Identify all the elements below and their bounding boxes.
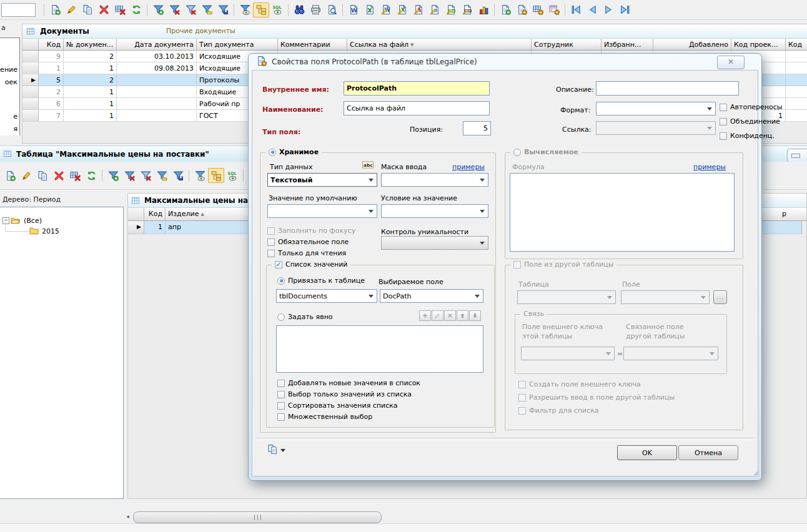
mask-examples-link[interactable]: примеры	[452, 163, 485, 171]
delete-record-button[interactable]	[51, 168, 67, 183]
table-cell[interactable]	[786, 110, 807, 122]
add-new-values-checkbox[interactable]: Добавлять новые значения в список	[277, 379, 420, 387]
column-header[interactable]: № докумен...	[64, 39, 117, 51]
table-cell[interactable]	[786, 98, 807, 110]
delete-table-record-button[interactable]	[112, 2, 128, 17]
value-condition-dropdown[interactable]	[381, 204, 488, 218]
horizontal-scrollbar[interactable]: ◂	[123, 511, 383, 523]
table-cell[interactable]: 1	[39, 62, 64, 74]
data-type-dropdown[interactable]: Текстовый	[270, 176, 313, 184]
scroll-left-button[interactable]: ◂	[123, 511, 132, 523]
resize-grip[interactable]	[751, 469, 760, 479]
table-cell[interactable]	[117, 98, 197, 110]
required-field-checkbox[interactable]: Обязательное поле	[267, 238, 349, 246]
row-selector[interactable]: ▶	[22, 74, 39, 86]
filter-clear-button[interactable]	[121, 168, 137, 183]
chart-button[interactable]	[475, 2, 492, 17]
allow-input-checkbox[interactable]: Разрешить ввод в поле другой таблицы	[518, 393, 675, 401]
refresh-button[interactable]	[83, 168, 99, 183]
list-edit-button[interactable]	[432, 310, 443, 321]
filter-save-button[interactable]	[170, 168, 186, 183]
table-cell[interactable]: 7	[39, 110, 64, 122]
export-txt-button[interactable]: TXT	[459, 2, 475, 17]
autowrap-checkbox[interactable]: Автопереносы	[720, 103, 783, 111]
export-html-button[interactable]: e	[427, 2, 443, 17]
edit-record-button[interactable]	[18, 168, 34, 183]
table-cell[interactable]: 1	[64, 98, 117, 110]
internal-name-field[interactable]: ProtocolPath	[344, 81, 490, 96]
sql-view-button[interactable]: SQL	[224, 168, 240, 183]
form-settings-button[interactable]	[513, 2, 530, 17]
column-header[interactable]: Тип документа	[197, 39, 278, 51]
table-cell[interactable]: 1	[64, 110, 117, 122]
table-cell[interactable]: 1	[144, 221, 166, 234]
table-cell[interactable]: 2	[64, 74, 117, 86]
filter-view-button[interactable]	[237, 2, 253, 17]
export-word-button[interactable]: W	[345, 2, 362, 17]
table-format-button[interactable]	[546, 2, 562, 17]
nav-prev-button[interactable]	[584, 2, 600, 17]
only-from-list-checkbox[interactable]: Выбор только значений из списка	[277, 390, 412, 398]
export-csv-button[interactable]: CSV	[443, 2, 459, 17]
column-header[interactable]: Сотрудник	[532, 39, 602, 51]
column-header[interactable]: Код проек...	[731, 39, 786, 51]
list-move-up-button[interactable]	[457, 310, 468, 321]
input-mask-dropdown[interactable]	[381, 173, 488, 187]
copy-properties-button[interactable]	[267, 444, 285, 456]
table-cell[interactable]: 1	[64, 62, 117, 74]
table-cell[interactable]	[117, 110, 197, 122]
table-cell[interactable]: 9	[39, 51, 64, 62]
row-selector[interactable]	[22, 110, 39, 122]
value-list-checkbox[interactable]	[275, 261, 282, 268]
delete-table-record-button[interactable]	[67, 168, 83, 183]
table-cell[interactable]	[786, 62, 807, 74]
uniqueness-dropdown[interactable]	[381, 236, 488, 250]
description-field[interactable]	[596, 81, 739, 96]
add-record-button[interactable]	[2, 168, 18, 183]
bound-table-dropdown[interactable]: tblDocuments	[276, 289, 377, 303]
column-header[interactable]: Добавлено	[653, 39, 731, 51]
formula-textarea[interactable]	[510, 173, 735, 252]
cancel-button[interactable]: Отмена	[678, 445, 738, 460]
panel-collapse-button[interactable]	[787, 149, 807, 162]
fk-field-dropdown[interactable]	[521, 347, 615, 360]
filter-clear-all-button[interactable]	[137, 168, 154, 183]
table-cell[interactable]: 03.10.2013	[117, 51, 197, 62]
bind-to-table-radio[interactable]: Привязать к таблице	[277, 277, 365, 285]
copy-record-button[interactable]	[79, 2, 96, 17]
stored-radio[interactable]	[269, 149, 276, 156]
filter-save-button[interactable]	[215, 2, 231, 17]
filter-clear-button[interactable]	[166, 2, 182, 17]
table-cell[interactable]: 09.08.2013	[117, 62, 197, 74]
close-icon[interactable]: ✕	[717, 56, 745, 69]
table-cell[interactable]: 2	[64, 51, 117, 62]
reference-dropdown[interactable]	[596, 121, 716, 135]
table-cell[interactable]: апр	[168, 223, 181, 231]
export-word-link-button[interactable]: W	[378, 2, 394, 17]
format-dropdown[interactable]	[596, 102, 716, 116]
row-selector[interactable]	[22, 51, 39, 62]
scrollbar-thumb[interactable]	[133, 511, 382, 523]
create-fk-checkbox[interactable]: Создать поле внешнего ключа	[518, 380, 641, 388]
column-header[interactable]: Комментарии	[278, 39, 347, 51]
export-report-button[interactable]: A	[410, 2, 427, 17]
table-cell[interactable]	[117, 86, 197, 98]
refresh-button[interactable]	[128, 2, 144, 17]
confidential-checkbox[interactable]: Конфиденц.	[720, 132, 775, 140]
column-header[interactable]: Избранн...	[602, 39, 653, 51]
list-move-down-button[interactable]	[469, 310, 481, 321]
explicit-values-listbox[interactable]	[276, 325, 483, 373]
list-add-button[interactable]	[419, 310, 431, 321]
filter-add-button[interactable]	[105, 168, 121, 183]
column-header[interactable]: Код	[144, 208, 166, 220]
print-button[interactable]	[307, 2, 324, 17]
tree-view-button[interactable]	[253, 2, 269, 17]
row-selector[interactable]	[22, 86, 39, 98]
explicit-list-radio[interactable]: Задать явно	[277, 313, 333, 321]
name-field[interactable]: Ссылка на файл	[344, 101, 490, 116]
filter-open-button[interactable]	[199, 2, 215, 17]
table-cell[interactable]: 1	[64, 86, 117, 98]
row-selector[interactable]	[22, 98, 39, 110]
sql-view-button[interactable]: SQL	[269, 2, 285, 17]
computed-radio[interactable]	[513, 149, 521, 156]
